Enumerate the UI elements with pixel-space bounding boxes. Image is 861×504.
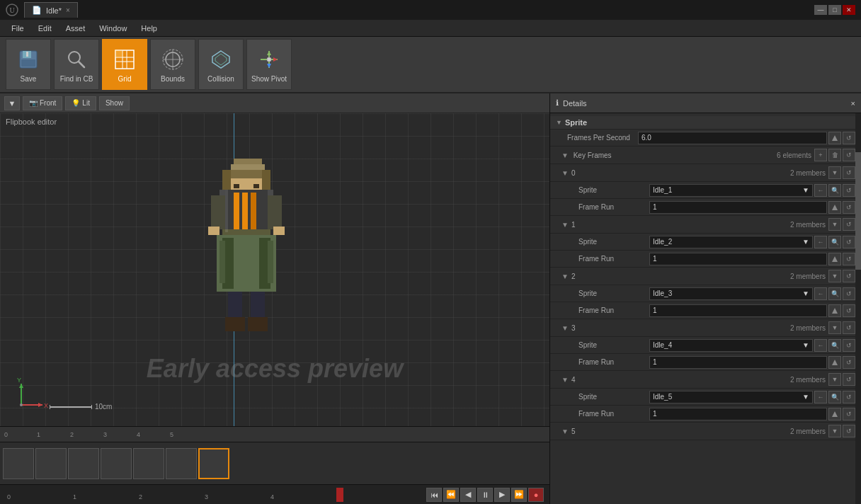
frame-2[interactable] (68, 448, 99, 479)
front-view-button[interactable]: 📷 Front (23, 96, 62, 110)
frame-3-reset-button[interactable]: ↺ (843, 321, 855, 334)
menu-file[interactable]: File (6, 23, 30, 34)
menu-edit[interactable]: Edit (33, 23, 57, 34)
menu-asset[interactable]: Asset (60, 23, 91, 34)
frame-5-expand-button[interactable]: ▼ (828, 425, 841, 437)
find-in-cb-button[interactable]: Find in CB (54, 39, 99, 90)
frame-0-header[interactable]: ▼ 0 2 members ▼ ↺ (550, 164, 861, 182)
pause-button[interactable]: ⏸ (477, 488, 493, 502)
lit-view-button[interactable]: 💡 Lit (65, 96, 96, 110)
frame-0[interactable] (3, 448, 34, 479)
next-key-button[interactable]: ⏩ (511, 488, 527, 502)
frame-4-expand-button[interactable]: ▼ (828, 373, 841, 386)
frame-2-sprite-reset-btn[interactable]: ↺ (843, 287, 855, 300)
frame-3-header[interactable]: ▼ 3 2 members ▼ ↺ (550, 319, 861, 337)
frame-2-sprite-arrow-btn[interactable]: ← (814, 287, 827, 300)
prev-frame-button[interactable]: ◀ (460, 488, 476, 502)
next-frame-button[interactable]: ▶ (494, 488, 510, 502)
frame-5-reset-button[interactable]: ↺ (843, 425, 855, 437)
show-pivot-button[interactable]: Show Pivot (246, 39, 292, 90)
frame-2-sprite-value: Idle_3 ▼ ← 🔍 ↺ (649, 287, 855, 300)
frame-2-run-reset[interactable]: ↺ (843, 304, 855, 317)
frame-2-run-value: 1 ↺ (649, 304, 855, 317)
add-key-frame-button[interactable]: + (814, 149, 827, 161)
frame-3-sprite-search-btn[interactable]: 🔍 (828, 339, 841, 352)
frame-3-sprite-arrow-btn[interactable]: ← (814, 339, 827, 352)
frame-4-sprite-search-btn[interactable]: 🔍 (828, 391, 841, 403)
prev-key-button[interactable]: ⏪ (443, 488, 459, 502)
grid-button[interactable]: Grid (102, 39, 147, 90)
viewport-dropdown[interactable]: ▼ (4, 96, 20, 110)
collision-button[interactable]: Collision (198, 39, 244, 90)
details-icon: ℹ (556, 98, 559, 108)
frame-6[interactable] (198, 448, 229, 479)
frame-0-run-reset[interactable]: ↺ (843, 201, 855, 214)
frame-4-sprite-value: Idle_5 ▼ ← 🔍 ↺ (649, 391, 855, 403)
details-title: Details (563, 99, 587, 108)
frame-4-reset-button[interactable]: ↺ (843, 373, 855, 386)
frame-4-run-value: 1 ↺ (649, 408, 855, 420)
frame-0-sprite-arrow-btn[interactable]: ← (814, 184, 827, 197)
frame-2-sprite-search-btn[interactable]: 🔍 (828, 287, 841, 300)
details-content[interactable]: ▼ Sprite Frames Per Second 6.0 ↺ (550, 113, 861, 504)
frame-3[interactable] (101, 448, 132, 479)
sprite-section-header[interactable]: ▼ Sprite (550, 116, 861, 130)
timeline-tracks[interactable] (0, 442, 549, 484)
menu-help[interactable]: Help (135, 23, 163, 34)
frame-2-expand-button[interactable]: ▼ (828, 270, 841, 282)
frame-4-sprite-dropdown[interactable]: Idle_5 ▼ (649, 391, 813, 403)
frame-2-header[interactable]: ▼ 2 2 members ▼ ↺ (550, 268, 861, 285)
maximize-button[interactable]: □ (828, 5, 841, 15)
frame-1-run-input[interactable]: 1 (649, 253, 827, 265)
details-close-button[interactable]: × (851, 99, 855, 108)
svg-marker-66 (832, 308, 838, 314)
frame-4-run-input[interactable]: 1 (649, 408, 827, 420)
frame-0-run-value: 1 ↺ (649, 201, 855, 214)
frame-1-reset-button[interactable]: ↺ (843, 218, 855, 231)
delete-key-frame-button[interactable]: 🗑 (828, 149, 841, 161)
frame-4-sprite-arrow-btn[interactable]: ← (814, 391, 827, 403)
show-button[interactable]: Show (99, 96, 130, 110)
record-button[interactable]: ● (528, 488, 544, 502)
viewport-canvas[interactable]: Flipbook editor (0, 113, 549, 426)
frame-3-run-input[interactable]: 1 (649, 356, 827, 369)
frame-1-sprite-reset-btn[interactable]: ↺ (843, 236, 855, 248)
close-button[interactable]: ✕ (843, 5, 855, 15)
frame-1-run-reset[interactable]: ↺ (843, 253, 855, 265)
key-frames-reset-button[interactable]: ↺ (843, 149, 855, 161)
fps-reset-button[interactable]: ↺ (843, 132, 855, 144)
frame-0-sprite-search-btn[interactable]: 🔍 (828, 184, 841, 197)
frame-0-run-input[interactable]: 1 (649, 201, 827, 214)
frame-3-sprite-reset-btn[interactable]: ↺ (843, 339, 855, 352)
frame-1[interactable] (35, 448, 67, 479)
fps-input[interactable]: 6.0 (638, 132, 827, 144)
frame-0-sprite-reset-btn[interactable]: ↺ (843, 184, 855, 197)
frame-3-expand-button[interactable]: ▼ (828, 321, 841, 334)
frame-3-sprite-dropdown[interactable]: Idle_4 ▼ (649, 339, 813, 352)
bounds-button[interactable]: Bounds (150, 39, 195, 90)
frame-2-run-input[interactable]: 1 (649, 304, 827, 317)
tab-close[interactable]: × (66, 6, 70, 14)
idle-tab[interactable]: 📄 Idle* × (24, 2, 78, 18)
save-button[interactable]: Save (6, 39, 51, 90)
frame-1-sprite-dropdown[interactable]: Idle_2 ▼ (649, 236, 813, 248)
frame-2-reset-button[interactable]: ↺ (843, 270, 855, 282)
frame-0-expand-button[interactable]: ▼ (828, 166, 841, 179)
frame-4-header[interactable]: ▼ 4 2 members ▼ ↺ (550, 371, 861, 389)
frame-1-expand-button[interactable]: ▼ (828, 218, 841, 231)
frame-4-run-reset[interactable]: ↺ (843, 408, 855, 420)
frame-1-sprite-search-btn[interactable]: 🔍 (828, 236, 841, 248)
frame-5[interactable] (166, 448, 197, 479)
minimize-button[interactable]: — (814, 5, 827, 15)
menu-window[interactable]: Window (93, 23, 132, 34)
jump-start-button[interactable]: ⏮ (426, 488, 442, 502)
frame-1-header[interactable]: ▼ 1 2 members ▼ ↺ (550, 216, 861, 234)
frame-0-sprite-dropdown[interactable]: Idle_1 ▼ (649, 184, 813, 197)
frame-3-run-reset[interactable]: ↺ (843, 356, 855, 369)
frame-0-reset-button[interactable]: ↺ (843, 166, 855, 179)
frame-2-sprite-dropdown[interactable]: Idle_3 ▼ (649, 287, 813, 300)
frame-1-sprite-arrow-btn[interactable]: ← (814, 236, 827, 248)
frame-4[interactable] (133, 448, 164, 479)
frame-4-sprite-reset-btn[interactable]: ↺ (843, 391, 855, 403)
frame-5-header[interactable]: ▼ 5 2 members ▼ ↺ (550, 423, 861, 440)
